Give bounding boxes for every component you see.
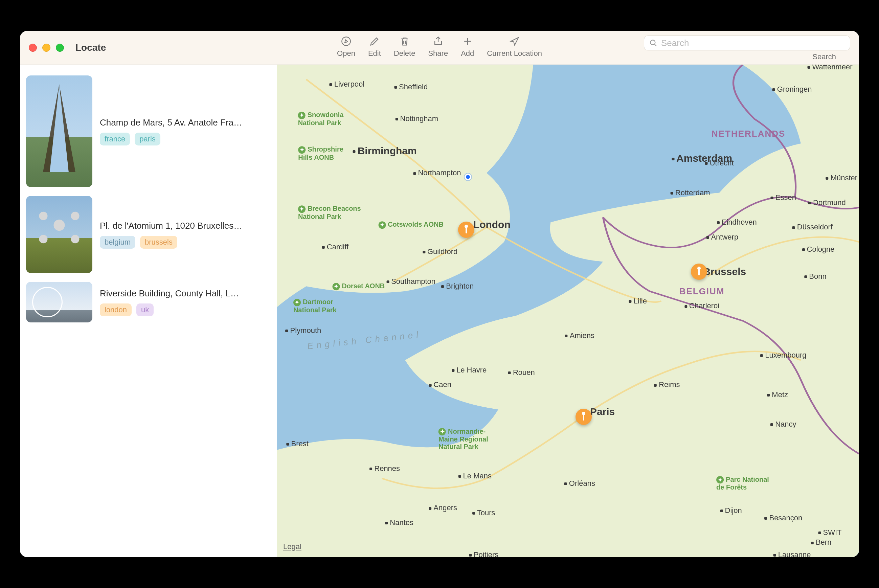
city-label-minor: Besançon	[764, 514, 802, 522]
city-label-minor: Poitiers	[469, 550, 498, 557]
location-arrow-icon	[509, 36, 520, 47]
park-label: ✦DartmoorNational Park	[293, 298, 337, 314]
zoom-window-button[interactable]	[56, 44, 64, 52]
map-view[interactable]: Legal NETHERLANDSBELGIUM✦SnowdoniaNation…	[277, 64, 859, 557]
city-label-minor: Brighton	[441, 282, 474, 291]
location-row[interactable]: Pl. de l'Atomium 1, 1020 Bruxelles…belgi…	[26, 193, 271, 279]
location-title: Riverside Building, County Hall, L…	[100, 288, 271, 299]
location-meta: Champ de Mars, 5 Av. Anatole Fra…francep…	[100, 117, 271, 146]
location-meta: Riverside Building, County Hall, L…londo…	[100, 288, 271, 316]
city-label-minor: Liverpool	[330, 80, 364, 88]
city-label-minor: Düsseldorf	[792, 223, 832, 231]
city-label-minor: Tours	[472, 508, 495, 517]
london-pin[interactable]	[458, 222, 474, 238]
city-label-minor: Luxembourg	[760, 351, 806, 360]
pin-icon	[691, 264, 707, 280]
search-label: Search	[812, 52, 836, 61]
location-thumbnail	[26, 196, 92, 273]
brussels-pin[interactable]	[691, 264, 707, 280]
trash-icon	[399, 36, 410, 47]
city-label-minor: Dortmund	[808, 198, 846, 207]
minimize-window-button[interactable]	[42, 44, 50, 52]
city-label-minor: Rennes	[369, 464, 400, 473]
tree-icon: ✦	[298, 206, 306, 213]
city-label-minor: Lausanne	[774, 550, 811, 557]
map-legal-link[interactable]: Legal	[283, 542, 302, 551]
city-label-major: London	[469, 219, 510, 230]
city-label-minor: Antwerp	[706, 233, 738, 242]
pin-icon	[458, 222, 474, 238]
content: Champ de Mars, 5 Av. Anatole Fra…francep…	[20, 64, 859, 557]
country-label: BELGIUM	[680, 286, 725, 296]
park-label: ✦Cotswolds AONB	[378, 220, 444, 229]
city-label-minor: Dijon	[720, 506, 742, 515]
location-title: Pl. de l'Atomium 1, 1020 Bruxelles…	[100, 220, 271, 231]
toolbar-right: Search	[644, 36, 850, 61]
pin-icon	[576, 409, 592, 425]
location-title: Champ de Mars, 5 Av. Anatole Fra…	[100, 117, 271, 128]
share-button[interactable]: Share	[428, 36, 448, 58]
svg-point-0	[342, 37, 351, 46]
current-location-label: Current Location	[487, 49, 542, 58]
tag[interactable]: brussels	[140, 236, 177, 249]
city-label-minor: Bern	[811, 538, 831, 547]
search-field[interactable]	[644, 36, 850, 50]
city-label-minor: Nottingham	[396, 114, 438, 123]
tag[interactable]: paris	[135, 133, 160, 146]
city-label-minor: Lille	[629, 297, 647, 306]
open-label: Open	[337, 49, 355, 58]
svg-point-1	[650, 40, 655, 45]
city-label-minor: Bonn	[804, 272, 826, 281]
tag[interactable]: london	[100, 303, 132, 316]
park-label: ✦Normandie-Maine RegionalNatural Park	[438, 428, 488, 451]
delete-button[interactable]: Delete	[394, 36, 416, 58]
tag[interactable]: france	[100, 133, 130, 146]
city-label-minor: Wattenmeer	[807, 64, 852, 71]
city-label-minor: Guildford	[423, 247, 458, 256]
park-label: ✦SnowdoniaNational Park	[298, 111, 344, 126]
add-button[interactable]: Add	[461, 36, 474, 58]
city-label-minor: Sheffield	[394, 82, 428, 92]
edit-button[interactable]: Edit	[368, 36, 381, 58]
city-label-minor: Essen	[771, 193, 796, 202]
tag[interactable]: belgium	[100, 236, 135, 249]
park-label: ✦ShropshireHills AONB	[298, 146, 344, 161]
close-window-button[interactable]	[29, 44, 37, 52]
park-label: ✦Dorset AONB	[332, 282, 385, 290]
edit-label: Edit	[368, 49, 381, 58]
location-thumbnail	[26, 282, 92, 322]
tag[interactable]: uk	[136, 303, 154, 316]
sidebar[interactable]: Champ de Mars, 5 Av. Anatole Fra…francep…	[20, 64, 277, 557]
city-label-minor: Angers	[429, 503, 457, 512]
city-label-minor: Brest	[286, 440, 309, 448]
search-icon	[649, 39, 658, 47]
tree-icon: ✦	[298, 112, 306, 119]
location-row[interactable]: Riverside Building, County Hall, L…londo…	[26, 279, 271, 328]
current-location-button[interactable]: Current Location	[487, 36, 542, 58]
city-label-minor: Reims	[654, 380, 680, 389]
city-label-minor: Caen	[429, 380, 452, 389]
city-label-minor: Utrecht	[705, 159, 734, 168]
delete-label: Delete	[394, 49, 416, 58]
share-label: Share	[428, 49, 448, 58]
open-button[interactable]: Open	[337, 36, 355, 58]
city-label-minor: Münster	[826, 174, 857, 182]
tree-icon: ✦	[293, 299, 301, 306]
city-label-minor: Nancy	[770, 420, 796, 429]
city-label-minor: Rouen	[508, 368, 535, 377]
location-row[interactable]: Champ de Mars, 5 Av. Anatole Fra…francep…	[26, 73, 271, 193]
window-controls	[29, 44, 64, 52]
pencil-icon	[369, 36, 380, 47]
tree-icon: ✦	[716, 476, 724, 483]
tree-icon: ✦	[332, 283, 340, 290]
search-input[interactable]	[661, 38, 845, 48]
paris-pin[interactable]	[576, 409, 592, 425]
city-label-minor: Le Havre	[452, 366, 486, 375]
location-thumbnail	[26, 75, 92, 187]
city-label-minor: Amiens	[565, 331, 594, 340]
location-tags: londonuk	[100, 303, 271, 316]
plus-icon	[462, 36, 473, 47]
city-label-minor: Southampton	[386, 277, 435, 286]
city-label-minor: Metz	[767, 390, 788, 399]
park-label: ✦Brecon BeaconsNational Park	[298, 205, 361, 220]
